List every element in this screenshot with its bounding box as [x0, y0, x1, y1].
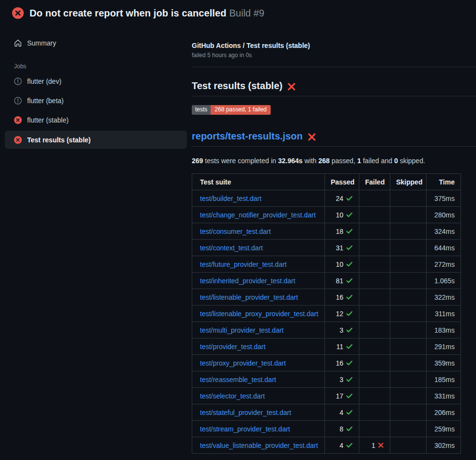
sidebar-job-item-4[interactable]: Test results (stable)	[5, 131, 187, 149]
suite-link[interactable]: test/consumer_test.dart	[200, 228, 271, 235]
suite-link[interactable]: test/listenable_provider_test.dart	[200, 293, 298, 301]
badge-label: tests	[192, 105, 211, 115]
failed-cell	[359, 421, 390, 437]
passed-cell: 4	[325, 437, 359, 454]
check-header: GitHub Actions / Test results (stable) f…	[192, 42, 476, 67]
passed-cell: 16	[325, 289, 359, 306]
skipped-cell	[390, 371, 427, 388]
failed-x-icon	[307, 133, 316, 141]
main-content: GitHub Actions / Test results (stable) f…	[192, 25, 476, 454]
suite-link[interactable]: test/change_notifier_provider_test.dart	[200, 211, 316, 219]
home-icon	[14, 39, 22, 47]
job-status-icon	[14, 77, 22, 85]
check-icon	[346, 211, 353, 218]
suite-link[interactable]: test/reassemble_test.dart	[200, 376, 276, 383]
job-status-icon	[14, 136, 22, 144]
suite-link[interactable]: test/value_listenable_provider_test.dart	[200, 442, 318, 449]
time-cell: 324ms	[427, 223, 461, 240]
suite-cell: test/value_listenable_provider_test.dart	[192, 437, 325, 454]
passed-cell: 24	[325, 190, 359, 207]
suite-link[interactable]: test/provider_test.dart	[200, 343, 265, 351]
table-row: test/selector_test.dart 17 331ms	[192, 388, 461, 404]
suite-link[interactable]: test/context_test.dart	[200, 244, 263, 252]
time-cell: 280ms	[427, 207, 461, 223]
skipped-cell	[390, 437, 427, 454]
test-results-table: Test suitePassedFailedSkippedTime test/b…	[192, 173, 461, 454]
sidebar-item-summary[interactable]: Summary	[5, 34, 187, 52]
check-icon	[346, 343, 353, 350]
page-title: Do not create report when job is cancell…	[30, 8, 264, 19]
suite-cell: test/listenable_provider_test.dart	[192, 289, 325, 306]
check-icon	[346, 310, 353, 317]
stale-status-icon	[14, 77, 22, 85]
skipped-cell	[390, 289, 427, 306]
section-heading-text: Test results (stable)	[192, 80, 282, 92]
suite-cell: test/consumer_test.dart	[192, 223, 325, 240]
suite-cell: test/proxy_provider_test.dart	[192, 355, 325, 371]
suite-cell: test/listenable_proxy_provider_test.dart	[192, 306, 325, 322]
passed-cell: 12	[325, 306, 359, 322]
check-icon	[346, 293, 353, 301]
failed-cell	[359, 388, 390, 404]
failed-cell	[359, 371, 390, 388]
page-header: Do not create report when job is cancell…	[0, 0, 476, 25]
suite-link[interactable]: test/stateful_provider_test.dart	[200, 409, 291, 416]
sidebar-job-item-2[interactable]: flutter (beta)	[5, 91, 187, 110]
total-duration: 32.964s	[278, 157, 303, 165]
table-row: test/change_notifier_provider_test.dart …	[192, 207, 461, 223]
sidebar-job-label: flutter (dev)	[27, 77, 61, 85]
suite-link[interactable]: test/stream_provider_test.dart	[200, 425, 290, 433]
suite-cell: test/future_provider_test.dart	[192, 256, 325, 273]
time-cell: 359ms	[427, 355, 461, 371]
sidebar: Summary Jobs flutter (dev) flutter (beta…	[0, 25, 192, 149]
skipped-cell	[390, 306, 427, 322]
x-circle-fill-icon	[14, 136, 22, 144]
suite-cell: test/stateful_provider_test.dart	[192, 404, 325, 421]
check-icon	[346, 442, 353, 449]
table-header-row: Test suitePassedFailedSkippedTime	[192, 174, 461, 190]
check-icon	[346, 261, 353, 268]
report-file-heading: reports/test-results.json	[192, 131, 476, 147]
check-icon	[346, 228, 353, 235]
table-row: test/multi_provider_test.dart 3 183ms	[192, 322, 461, 338]
failed-cell	[359, 355, 390, 371]
section-heading-test-results: Test results (stable)	[192, 80, 476, 96]
time-cell: 375ms	[427, 190, 461, 207]
time-cell: 302ms	[427, 437, 461, 454]
check-icon	[346, 359, 353, 367]
time-cell: 331ms	[427, 388, 461, 404]
passed-cell: 11	[325, 338, 359, 355]
suite-link[interactable]: test/listenable_proxy_provider_test.dart	[200, 310, 318, 318]
jobs-list: flutter (dev) flutter (beta) flutter (st…	[5, 72, 187, 149]
table-row: test/stream_provider_test.dart 8 259ms	[192, 421, 461, 437]
suite-link[interactable]: test/multi_provider_test.dart	[200, 326, 284, 334]
suite-link[interactable]: test/future_provider_test.dart	[200, 261, 287, 268]
passed-cell: 3	[325, 371, 359, 388]
sidebar-job-item-1[interactable]: flutter (dev)	[5, 72, 187, 91]
check-icon	[346, 195, 353, 202]
passed-cell: 10	[325, 207, 359, 223]
suite-cell: test/context_test.dart	[192, 240, 325, 256]
column-header: Test suite	[192, 174, 325, 190]
check-icon	[346, 326, 353, 334]
passed-count: 268	[319, 157, 330, 165]
passed-cell: 31	[325, 240, 359, 256]
failed-status-icon	[12, 7, 24, 19]
summary-text: failed and	[361, 157, 395, 165]
sidebar-job-label: flutter (stable)	[27, 116, 69, 124]
badge-value: 268 passed, 1 failed	[211, 105, 270, 115]
skipped-count: 0	[394, 157, 398, 165]
report-file-link[interactable]: reports/test-results.json	[192, 131, 303, 142]
table-row: test/proxy_provider_test.dart 16 359ms	[192, 355, 461, 371]
check-icon	[346, 392, 353, 399]
passed-cell: 10	[325, 256, 359, 273]
time-cell: 259ms	[427, 421, 461, 437]
passed-cell: 8	[325, 421, 359, 437]
sidebar-job-item-3[interactable]: flutter (stable)	[5, 110, 187, 130]
suite-link[interactable]: test/proxy_provider_test.dart	[200, 359, 286, 367]
table-row: test/listenable_proxy_provider_test.dart…	[192, 306, 461, 322]
suite-link[interactable]: test/builder_test.dart	[200, 195, 261, 202]
suite-link[interactable]: test/selector_test.dart	[200, 392, 265, 400]
passed-cell: 18	[325, 223, 359, 240]
suite-link[interactable]: test/inherited_provider_test.dart	[200, 277, 295, 285]
